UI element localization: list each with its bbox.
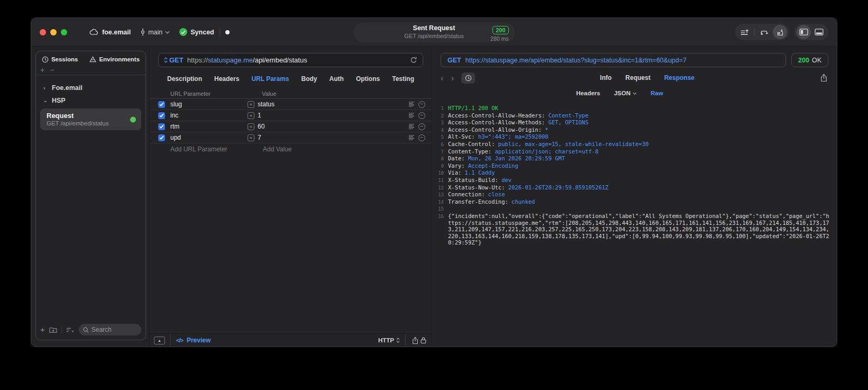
tab-request[interactable]: Request (625, 74, 650, 81)
remove-param-icon[interactable]: − (418, 101, 425, 108)
subtab-json[interactable]: JSON (614, 90, 637, 96)
tab-headers[interactable]: Headers (214, 75, 239, 83)
previous-response-button[interactable]: ‹ (441, 74, 444, 83)
response-tabs: Info Request Response (600, 74, 695, 81)
minimize-window-button[interactable] (50, 29, 57, 35)
subtab-raw[interactable]: Raw (651, 90, 663, 96)
footer-divider (405, 334, 406, 347)
tab-testing[interactable]: Testing (392, 75, 414, 83)
response-status-box: 200 OK (791, 53, 828, 67)
subtab-headers[interactable]: Headers (576, 90, 600, 96)
remove-param-icon[interactable]: − (418, 123, 425, 130)
request-editor-panel: GET https://statuspage.me/api/embed/stat… (150, 47, 432, 347)
add-request-button[interactable]: + (40, 327, 45, 332)
param-value[interactable]: 60 (254, 123, 408, 130)
lock-icon[interactable] (421, 337, 426, 344)
reorder-handle-icon[interactable] (408, 135, 415, 140)
toggle-sidebar-button[interactable] (797, 25, 811, 39)
search-field[interactable] (79, 324, 141, 335)
param-row[interactable]: upd = 7 − (150, 132, 432, 143)
tab-response[interactable]: Response (664, 74, 695, 81)
branch-name: main (148, 29, 162, 36)
param-value[interactable]: 1 (254, 112, 408, 119)
add-value-placeholder[interactable]: Add Value (263, 146, 292, 153)
cloud-icon (89, 29, 98, 35)
zoom-window-button[interactable] (61, 29, 67, 35)
param-row[interactable]: rtm = 60 − (150, 121, 432, 132)
project-name: foe.email (102, 29, 131, 36)
reorder-handle-icon[interactable] (408, 124, 415, 129)
param-row[interactable]: slug = status − (150, 99, 432, 110)
import-export-button[interactable] (773, 25, 787, 39)
share-icon[interactable] (820, 74, 827, 82)
tab-sessions[interactable]: Sessions (42, 56, 78, 63)
tab-info[interactable]: Info (600, 74, 611, 81)
param-value[interactable]: 7 (254, 134, 408, 141)
method-selector[interactable]: GET (164, 56, 184, 64)
chevron-down-icon (165, 31, 170, 34)
remove-session-button[interactable]: − (50, 67, 54, 72)
equals-icon: = (248, 123, 254, 130)
param-name[interactable]: slug (165, 101, 248, 108)
reorder-handle-icon[interactable] (408, 113, 415, 118)
search-icon (83, 327, 89, 333)
add-session-button[interactable]: + (40, 67, 44, 72)
param-name[interactable]: rtm (165, 123, 248, 130)
preview-button[interactable]: </> Preview (176, 337, 211, 344)
tab-description[interactable]: Description (167, 75, 202, 83)
response-status-text: OK (812, 57, 821, 64)
expand-panel-button[interactable]: ▲ (154, 337, 165, 344)
history-clock-icon[interactable] (461, 72, 475, 84)
next-response-button[interactable]: › (451, 74, 454, 83)
tab-auth[interactable]: Auth (330, 75, 344, 83)
param-row[interactable]: inc = 1 − (150, 110, 432, 121)
tab-url-params[interactable]: URL Params (251, 75, 289, 83)
resend-icon[interactable] (410, 56, 417, 64)
url-params-table: URL Parameter Value slug = status − inc … (150, 88, 432, 333)
remove-param-icon[interactable]: − (418, 134, 425, 141)
param-name[interactable]: upd (165, 134, 248, 141)
param-value[interactable]: status (254, 101, 408, 108)
tab-options[interactable]: Options (356, 75, 380, 83)
status-badge: 200 (492, 26, 508, 34)
param-checkbox[interactable] (158, 134, 165, 141)
send-queue-button[interactable] (737, 25, 752, 39)
response-url-bar[interactable]: GET https://statuspage.me/api/embed/stat… (441, 53, 786, 67)
reorder-handle-icon[interactable] (408, 102, 415, 107)
tab-body[interactable]: Body (301, 75, 317, 83)
response-toolbar: ‹ › Info Request Response (432, 69, 837, 86)
response-raw-view[interactable]: 1HTTP/1.1 200 OK2Access-Control-Allow-He… (432, 100, 837, 347)
branch-selector[interactable]: main (140, 28, 170, 36)
param-checkbox[interactable] (158, 112, 165, 119)
synced-check-icon (179, 28, 187, 36)
method-label: GET (169, 56, 184, 64)
param-checkbox[interactable] (158, 123, 165, 130)
request-url-bar[interactable]: GET https://statuspage.me/api/embed/stat… (158, 53, 423, 67)
param-checkbox[interactable] (158, 101, 165, 108)
request-editor-footer: ▲ </> Preview HTTP (150, 333, 432, 347)
request-duration: 280 ms (490, 35, 508, 42)
add-param-row[interactable]: Add URL Parameter Add Value (150, 143, 432, 155)
tab-environments[interactable]: Environments (89, 56, 140, 63)
sync-status[interactable]: Synced (179, 28, 214, 36)
project-switcher[interactable]: foe.email (89, 29, 131, 36)
sort-filter-icon[interactable] (66, 327, 75, 333)
remove-param-icon[interactable]: − (418, 112, 425, 119)
code-generator-button[interactable] (757, 25, 772, 39)
response-panel: GET https://statuspage.me/api/embed/stat… (432, 47, 837, 347)
sent-request-summary[interactable]: Sent Request GET /api/embed/status 200 2… (353, 22, 515, 42)
request-list-item[interactable]: Request GET /api/embed/status (40, 108, 141, 130)
close-window-button[interactable] (40, 29, 46, 35)
tree-group-foe-email[interactable]: › Foe.email (40, 81, 141, 94)
sent-request-subtitle: GET /api/embed/status (404, 33, 463, 40)
tree-group-label: Foe.email (52, 84, 83, 92)
add-url-parameter-placeholder[interactable]: Add URL Parameter (170, 146, 256, 153)
new-folder-icon[interactable] (49, 326, 57, 333)
share-icon[interactable] (412, 337, 418, 344)
toggle-bottom-panel-button[interactable] (812, 25, 826, 39)
tree-group-hsp[interactable]: ⌄ HSP (40, 94, 141, 107)
sent-request-title: Sent Request (404, 24, 463, 33)
protocol-selector[interactable]: HTTP (378, 337, 400, 343)
param-name[interactable]: inc (165, 112, 248, 119)
search-input[interactable] (92, 326, 137, 333)
